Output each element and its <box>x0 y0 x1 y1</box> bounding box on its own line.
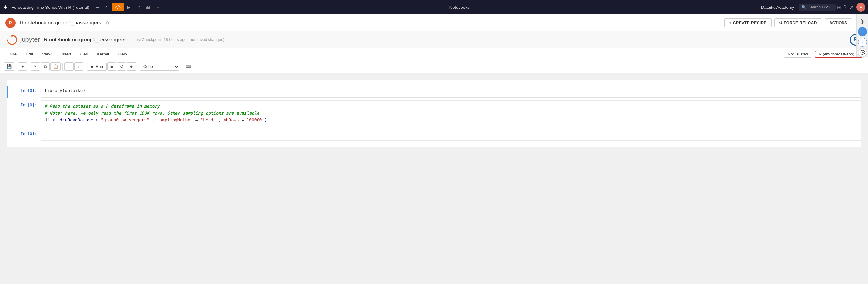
toolbar-separator-6 <box>181 63 181 71</box>
stop-button[interactable]: ■ <box>107 62 116 71</box>
cell-2-line-1: # Read the dataset as a R dataframe in m… <box>44 103 858 110</box>
layout-icon[interactable]: ▦ <box>144 3 152 11</box>
jupyter-spinner-icon <box>6 34 18 45</box>
help-icon[interactable]: ? <box>844 4 847 10</box>
run-icon: ⏭ <box>91 64 94 69</box>
jupyter-text: jupyter <box>20 36 40 43</box>
move-up-button[interactable]: ↑ <box>64 62 73 71</box>
menu-kernel[interactable]: Kernel <box>92 49 114 59</box>
project-title[interactable]: Forecasting Time Series With R (Tutorial… <box>11 5 89 10</box>
refresh-icon[interactable]: ↻ <box>103 3 111 11</box>
keyboard-shortcuts-button[interactable]: ⌨ <box>183 63 193 70</box>
cell-type-select[interactable]: Code Markdown Raw NBConvert <box>140 63 179 71</box>
create-recipe-button[interactable]: + CREATE RECIPE <box>724 18 771 27</box>
right-sidebar: ❯ + i 💬 <box>856 14 868 57</box>
jupyter-menu-bar: File Edit View Insert Cell Kernel Help N… <box>0 48 868 60</box>
jupyter-toolbar: 💾 + ✂ ⧉ 📋 ↑ ↓ ⏭ Run ■ ↺ ⏭ Code Markdown … <box>0 60 868 73</box>
search-icon: 🔍 <box>801 5 806 9</box>
notebook-header: R R notebook on group0_passengers ⚙ + CR… <box>0 14 868 31</box>
jupyter-notebook-title[interactable]: R notebook on group0_passengers <box>44 37 125 43</box>
actions-button[interactable]: ACTIONS <box>825 18 852 27</box>
cell-2[interactable]: In [0]: # Read the dataset as a R datafr… <box>7 100 861 126</box>
user-avatar[interactable]: A <box>856 3 865 12</box>
checkpoint-text: Last Checkpoint: 18 hours ago (unsaved c… <box>133 38 224 42</box>
add-cell-button[interactable]: + <box>18 62 27 71</box>
toolbar-separator-4 <box>85 63 85 71</box>
cell-1[interactable]: In [0]: library(dataiku) <box>7 86 861 98</box>
fast-forward-button[interactable]: ⏭ <box>127 62 136 71</box>
chat-sidebar-button[interactable]: 💬 <box>858 48 867 57</box>
kernel-label: R (env forecast-zoo) <box>819 52 854 57</box>
cell-2-line-3: df <- dkuReadDataset( "group0_passengers… <box>44 117 858 124</box>
notebooks-label: Notebooks <box>450 5 470 10</box>
cell-2-prompt: In [0]: <box>8 100 41 126</box>
share-icon[interactable]: ⇥ <box>94 3 102 11</box>
notebook-info-icon[interactable]: ⚙ <box>105 20 110 26</box>
menu-file[interactable]: File <box>5 49 21 59</box>
notebook-cells-container: In [0]: library(dataiku) In [0]: # Read … <box>6 80 862 147</box>
svg-point-0 <box>7 35 17 44</box>
more-icon[interactable]: ··· <box>153 3 161 11</box>
notebook-content: In [0]: library(dataiku) In [0]: # Read … <box>0 73 868 284</box>
search-box[interactable]: 🔍 Search DSS... <box>799 4 836 11</box>
restart-button[interactable]: ↺ <box>117 62 126 71</box>
menu-edit[interactable]: Edit <box>21 49 38 59</box>
cut-button[interactable]: ✂ <box>31 62 40 71</box>
menu-insert[interactable]: Insert <box>56 49 76 59</box>
move-down-button[interactable]: ↓ <box>74 62 83 71</box>
menu-help[interactable]: Help <box>114 49 132 59</box>
notebook-header-buttons: + CREATE RECIPE ↺ FORCE RELOAD ACTIONS <box>724 18 852 27</box>
info-sidebar-button[interactable]: i <box>858 38 867 47</box>
notebook-title: R notebook on group0_passengers <box>20 20 101 26</box>
cell-2-line-2: # Note: here, we only read the first 100… <box>44 110 858 117</box>
menu-view[interactable]: View <box>38 49 56 59</box>
dataiku-academy-link[interactable]: Dataiku Academy <box>758 4 798 11</box>
svg-point-1 <box>11 35 13 37</box>
grid-icon[interactable]: ⊞ <box>837 4 841 10</box>
add-sidebar-button[interactable]: + <box>858 27 867 36</box>
toolbar-separator-3 <box>62 63 63 71</box>
top-navigation: ✦ Forecasting Time Series With R (Tutori… <box>0 0 868 14</box>
nav-right-icons: ⊞ ? ↗ A <box>837 3 865 12</box>
run-label: Run <box>96 64 103 69</box>
cell-1-code[interactable]: library(dataiku) <box>44 88 85 93</box>
dataiku-logo: ✦ <box>3 3 8 11</box>
analytics-icon[interactable]: ↗ <box>849 4 854 10</box>
search-placeholder: Search DSS... <box>808 5 833 9</box>
kernel-indicator[interactable]: R (env forecast-zoo) <box>815 50 863 58</box>
print-icon[interactable]: 🖨 <box>134 3 143 11</box>
jupyter-header: jupyter R notebook on group0_passengers … <box>0 31 868 48</box>
force-reload-button[interactable]: ↺ FORCE RELOAD <box>774 18 822 27</box>
menu-cell[interactable]: Cell <box>76 49 92 59</box>
save-button[interactable]: 💾 <box>4 62 14 71</box>
run-button[interactable]: ⏭ Run <box>87 63 106 71</box>
paste-button[interactable]: 📋 <box>50 62 61 71</box>
cell-3[interactable]: In [0]: <box>7 129 861 141</box>
cell-3-prompt: In [0]: <box>8 129 41 141</box>
jupyter-logo: jupyter <box>6 34 40 45</box>
cell-1-prompt: In [0]: <box>8 86 41 98</box>
toolbar-separator-2 <box>29 63 29 71</box>
dss-logo: R <box>5 17 16 28</box>
play-icon[interactable]: ▶ <box>125 3 133 11</box>
code-icon[interactable]: </> <box>112 3 124 11</box>
toolbar-separator-5 <box>138 63 138 71</box>
copy-button[interactable]: ⧉ <box>40 62 50 71</box>
not-trusted-button[interactable]: Not Trusted <box>784 50 811 58</box>
right-sidebar-collapse[interactable]: ❯ <box>859 17 866 26</box>
